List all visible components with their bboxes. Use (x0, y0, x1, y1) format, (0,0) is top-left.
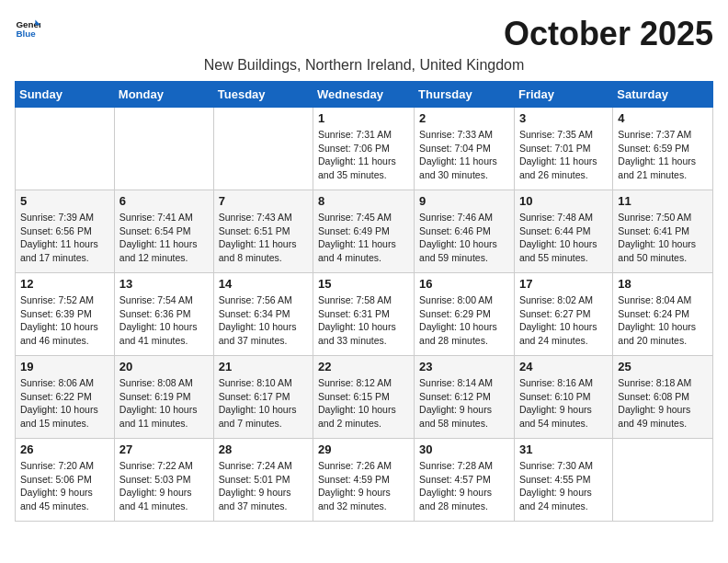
day-detail: Sunrise: 8:14 AMSunset: 6:12 PMDaylight:… (419, 376, 509, 431)
calendar-week-row: 12Sunrise: 7:52 AMSunset: 6:39 PMDayligh… (16, 273, 713, 356)
day-detail: Sunrise: 7:52 AMSunset: 6:39 PMDaylight:… (20, 293, 109, 348)
page-header: General Blue October 2025 (15, 15, 713, 53)
calendar-cell: 20Sunrise: 8:08 AMSunset: 6:19 PMDayligh… (114, 356, 213, 439)
day-detail: Sunrise: 7:48 AMSunset: 6:44 PMDaylight:… (519, 211, 608, 265)
calendar-cell: 9Sunrise: 7:46 AMSunset: 6:46 PMDaylight… (415, 190, 515, 273)
calendar-cell (213, 108, 313, 190)
calendar-cell: 30Sunrise: 7:28 AMSunset: 4:57 PMDayligh… (415, 439, 515, 522)
day-number: 1 (318, 111, 409, 125)
day-number: 28 (219, 442, 308, 456)
day-detail: Sunrise: 8:16 AMSunset: 6:10 PMDaylight:… (519, 376, 608, 431)
day-number: 3 (519, 111, 608, 125)
logo: General Blue (15, 15, 40, 40)
day-detail: Sunrise: 7:30 AMSunset: 4:55 PMDaylight:… (519, 459, 608, 513)
day-number: 21 (219, 360, 308, 373)
calendar-cell: 29Sunrise: 7:26 AMSunset: 4:59 PMDayligh… (313, 439, 415, 522)
calendar-cell: 22Sunrise: 8:12 AMSunset: 6:15 PMDayligh… (313, 356, 415, 439)
calendar-cell: 10Sunrise: 7:48 AMSunset: 6:44 PMDayligh… (514, 190, 612, 273)
day-detail: Sunrise: 7:41 AMSunset: 6:54 PMDaylight:… (119, 211, 209, 265)
day-detail: Sunrise: 8:06 AMSunset: 6:22 PMDaylight:… (20, 376, 109, 431)
day-number: 9 (419, 194, 509, 208)
day-detail: Sunrise: 7:54 AMSunset: 6:36 PMDaylight:… (119, 293, 209, 348)
calendar-cell: 24Sunrise: 8:16 AMSunset: 6:10 PMDayligh… (514, 356, 612, 439)
calendar-cell: 3Sunrise: 7:35 AMSunset: 7:01 PMDaylight… (514, 108, 612, 190)
header-monday: Monday (114, 82, 213, 108)
day-number: 19 (20, 360, 109, 373)
calendar-cell: 23Sunrise: 8:14 AMSunset: 6:12 PMDayligh… (415, 356, 515, 439)
calendar-cell: 28Sunrise: 7:24 AMSunset: 5:01 PMDayligh… (213, 439, 313, 522)
calendar-cell: 8Sunrise: 7:45 AMSunset: 6:49 PMDaylight… (313, 190, 415, 273)
svg-text:Blue: Blue (16, 29, 36, 39)
calendar-cell (16, 108, 115, 190)
day-detail: Sunrise: 7:35 AMSunset: 7:01 PMDaylight:… (519, 128, 608, 182)
calendar-cell: 21Sunrise: 8:10 AMSunset: 6:17 PMDayligh… (213, 356, 313, 439)
day-number: 4 (618, 111, 708, 125)
day-detail: Sunrise: 7:56 AMSunset: 6:34 PMDaylight:… (219, 293, 308, 348)
day-detail: Sunrise: 7:33 AMSunset: 7:04 PMDaylight:… (419, 128, 509, 182)
calendar-cell: 6Sunrise: 7:41 AMSunset: 6:54 PMDaylight… (114, 190, 213, 273)
calendar-cell: 16Sunrise: 8:00 AMSunset: 6:29 PMDayligh… (415, 273, 515, 356)
calendar-cell: 2Sunrise: 7:33 AMSunset: 7:04 PMDaylight… (415, 108, 515, 190)
day-number: 14 (219, 277, 308, 291)
day-detail: Sunrise: 7:24 AMSunset: 5:01 PMDaylight:… (219, 459, 308, 513)
calendar-cell: 18Sunrise: 8:04 AMSunset: 6:24 PMDayligh… (613, 273, 713, 356)
calendar-cell: 17Sunrise: 8:02 AMSunset: 6:27 PMDayligh… (514, 273, 612, 356)
day-detail: Sunrise: 7:37 AMSunset: 6:59 PMDaylight:… (618, 128, 708, 182)
day-number: 15 (318, 277, 409, 291)
day-number: 11 (618, 194, 708, 208)
day-number: 17 (519, 277, 608, 291)
day-number: 27 (119, 442, 209, 456)
calendar-cell: 13Sunrise: 7:54 AMSunset: 6:36 PMDayligh… (114, 273, 213, 356)
calendar-cell: 26Sunrise: 7:20 AMSunset: 5:06 PMDayligh… (16, 439, 115, 522)
day-number: 2 (419, 111, 509, 125)
day-number: 10 (519, 194, 608, 208)
day-detail: Sunrise: 7:58 AMSunset: 6:31 PMDaylight:… (318, 293, 409, 348)
day-number: 18 (618, 277, 708, 291)
header-thursday: Thursday (415, 82, 515, 108)
day-number: 8 (318, 194, 409, 208)
day-number: 25 (618, 360, 708, 373)
header-friday: Friday (514, 82, 612, 108)
day-number: 31 (519, 442, 608, 456)
calendar-cell: 19Sunrise: 8:06 AMSunset: 6:22 PMDayligh… (16, 356, 115, 439)
day-number: 29 (318, 442, 409, 456)
weekday-header-row: Sunday Monday Tuesday Wednesday Thursday… (16, 82, 713, 108)
calendar-cell: 12Sunrise: 7:52 AMSunset: 6:39 PMDayligh… (16, 273, 115, 356)
calendar-cell: 5Sunrise: 7:39 AMSunset: 6:56 PMDaylight… (16, 190, 115, 273)
day-detail: Sunrise: 8:04 AMSunset: 6:24 PMDaylight:… (618, 293, 708, 348)
day-number: 12 (20, 277, 109, 291)
day-detail: Sunrise: 7:50 AMSunset: 6:41 PMDaylight:… (618, 211, 708, 265)
calendar-cell: 4Sunrise: 7:37 AMSunset: 6:59 PMDaylight… (613, 108, 713, 190)
day-detail: Sunrise: 8:10 AMSunset: 6:17 PMDaylight:… (219, 376, 308, 431)
day-detail: Sunrise: 7:46 AMSunset: 6:46 PMDaylight:… (419, 211, 509, 265)
day-detail: Sunrise: 8:18 AMSunset: 6:08 PMDaylight:… (618, 376, 708, 431)
day-detail: Sunrise: 7:26 AMSunset: 4:59 PMDaylight:… (318, 459, 409, 513)
calendar-cell: 25Sunrise: 8:18 AMSunset: 6:08 PMDayligh… (613, 356, 713, 439)
day-number: 23 (419, 360, 509, 373)
day-number: 6 (119, 194, 209, 208)
calendar-week-row: 19Sunrise: 8:06 AMSunset: 6:22 PMDayligh… (16, 356, 713, 439)
day-number: 16 (419, 277, 509, 291)
calendar-cell: 15Sunrise: 7:58 AMSunset: 6:31 PMDayligh… (313, 273, 415, 356)
calendar-week-row: 1Sunrise: 7:31 AMSunset: 7:06 PMDaylight… (16, 108, 713, 190)
calendar-cell: 7Sunrise: 7:43 AMSunset: 6:51 PMDaylight… (213, 190, 313, 273)
header-tuesday: Tuesday (213, 82, 313, 108)
day-detail: Sunrise: 7:20 AMSunset: 5:06 PMDaylight:… (20, 459, 109, 513)
day-number: 30 (419, 442, 509, 456)
day-detail: Sunrise: 7:22 AMSunset: 5:03 PMDaylight:… (119, 459, 209, 513)
day-number: 20 (119, 360, 209, 373)
calendar-cell: 27Sunrise: 7:22 AMSunset: 5:03 PMDayligh… (114, 439, 213, 522)
month-title: October 2025 (504, 15, 713, 53)
day-detail: Sunrise: 7:31 AMSunset: 7:06 PMDaylight:… (318, 128, 409, 182)
calendar-week-row: 5Sunrise: 7:39 AMSunset: 6:56 PMDaylight… (16, 190, 713, 273)
day-detail: Sunrise: 7:39 AMSunset: 6:56 PMDaylight:… (20, 211, 109, 265)
day-detail: Sunrise: 7:45 AMSunset: 6:49 PMDaylight:… (318, 211, 409, 265)
calendar-cell: 31Sunrise: 7:30 AMSunset: 4:55 PMDayligh… (514, 439, 612, 522)
logo-icon: General Blue (15, 15, 40, 40)
day-number: 26 (20, 442, 109, 456)
day-number: 13 (119, 277, 209, 291)
calendar-cell (613, 439, 713, 522)
header-wednesday: Wednesday (313, 82, 415, 108)
calendar-cell: 1Sunrise: 7:31 AMSunset: 7:06 PMDaylight… (313, 108, 415, 190)
calendar-cell: 11Sunrise: 7:50 AMSunset: 6:41 PMDayligh… (613, 190, 713, 273)
